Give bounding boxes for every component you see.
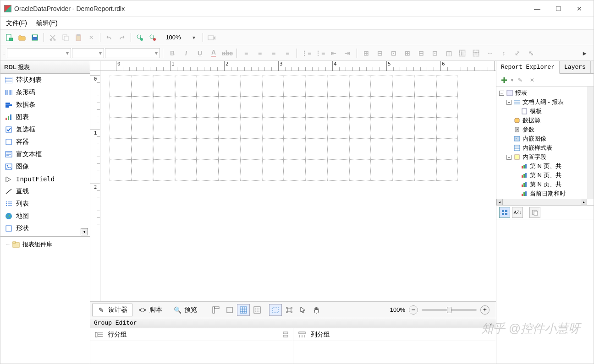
layout-tool-5[interactable]: ⊟	[415, 47, 428, 59]
edit-node-icon[interactable]: ✎	[515, 75, 525, 85]
snap-tool-4[interactable]	[251, 304, 264, 316]
list-numbered-icon[interactable]: ⋮≡	[300, 47, 313, 59]
layout-tool-1[interactable]: ⊞	[360, 47, 373, 59]
tree-node[interactable]: 模板	[497, 107, 593, 116]
tree-node[interactable]: 当前日期和时	[497, 189, 593, 198]
close-button[interactable]: ✕	[569, 2, 590, 16]
tab-preview[interactable]: 🔍预览	[168, 304, 202, 316]
prop-pages-icon[interactable]	[529, 207, 540, 218]
toolbox-item[interactable]: 地图	[0, 210, 90, 222]
redo-icon[interactable]	[116, 32, 128, 43]
tree-node[interactable]: 第 N 页、共	[497, 180, 593, 189]
cut-icon[interactable]	[47, 32, 59, 43]
select-mode-2[interactable]	[283, 304, 296, 316]
snap-tool-2[interactable]	[223, 304, 236, 316]
toolbox-item[interactable]: 条形码	[0, 86, 90, 98]
add-node-icon[interactable]	[499, 75, 509, 85]
font-family-combo[interactable]: ▾	[7, 48, 71, 58]
strikethrough-icon[interactable]: abc	[221, 47, 234, 59]
property-grid[interactable]	[496, 219, 594, 364]
design-grid-table[interactable]	[110, 76, 458, 181]
layout-tool-8[interactable]: ⿲	[456, 47, 469, 59]
tab-script[interactable]: <>脚本	[133, 304, 167, 316]
align-right-icon[interactable]: ≡	[267, 47, 280, 59]
zoom-dropdown-icon[interactable]: ▾	[188, 32, 200, 43]
camera-icon[interactable]	[206, 32, 218, 43]
font-color-icon[interactable]: A	[207, 47, 220, 59]
align-left-icon[interactable]: ≡	[240, 47, 253, 59]
tab-designer[interactable]: ✎设计器	[92, 304, 132, 316]
delete-icon[interactable]: ✕	[85, 32, 97, 43]
zoom-in-icon[interactable]	[134, 32, 146, 43]
collapse-icon[interactable]: ⌄	[489, 320, 492, 326]
layout-tool-6[interactable]: ⊡	[429, 47, 441, 59]
zoom-out-icon[interactable]	[147, 32, 159, 43]
prop-categorized-icon[interactable]	[499, 207, 510, 218]
toolbox-item[interactable]: 列表	[0, 197, 90, 210]
report-page[interactable]	[110, 76, 458, 181]
layout-tool-12[interactable]: ⤢	[511, 47, 524, 59]
paste-icon[interactable]	[72, 32, 84, 43]
layout-tool-9[interactable]: ⿳	[470, 47, 483, 59]
open-folder-icon[interactable]	[16, 32, 28, 43]
delete-node-icon[interactable]: ✕	[527, 75, 537, 85]
copy-icon[interactable]	[60, 32, 72, 43]
layout-tool-3[interactable]: ⊡	[387, 47, 400, 59]
zoom-plus-button[interactable]: +	[480, 305, 490, 315]
tree-node[interactable]: 第 N 页、共	[497, 171, 593, 180]
font-size-combo[interactable]: ▾	[72, 48, 104, 58]
tree-node[interactable]: ?参数	[497, 125, 593, 134]
library-root[interactable]: ┈ 报表组件库	[4, 239, 86, 250]
layout-tool-10[interactable]: ↔	[484, 47, 496, 59]
tree-node[interactable]: −文档大纲 - 报表	[497, 98, 593, 107]
toolbox-item[interactable]: 富文本框	[0, 148, 90, 160]
bold-icon[interactable]: B	[166, 47, 179, 59]
toolbox-item[interactable]: 数据条	[0, 98, 90, 111]
toolbox-item[interactable]: 复选框	[0, 123, 90, 136]
maximize-button[interactable]: ☐	[548, 2, 569, 16]
zoom-minus-button[interactable]: −	[409, 305, 418, 315]
toolbar-overflow-icon[interactable]: ▸	[578, 47, 591, 59]
layout-tool-4[interactable]: ⊞	[401, 47, 414, 59]
zoom-slider-thumb[interactable]	[447, 307, 451, 313]
new-file-icon[interactable]	[3, 32, 15, 43]
layout-tool-11[interactable]: ↕	[497, 47, 510, 59]
style-combo[interactable]: ▾	[105, 48, 160, 58]
menu-file[interactable]: 文件(F)	[6, 19, 27, 27]
italic-icon[interactable]: I	[180, 47, 192, 59]
design-surface[interactable]: 01234567 012	[90, 61, 496, 301]
toolbox-item[interactable]: InputField	[0, 173, 90, 185]
prop-alphabetical-icon[interactable]: AZ↓	[512, 207, 523, 218]
layout-tool-2[interactable]: ⊟	[374, 47, 386, 59]
align-justify-icon[interactable]: ≡	[281, 47, 294, 59]
toolbox-item[interactable]: 形状	[0, 222, 90, 234]
select-mode-1[interactable]	[269, 304, 282, 316]
toolbox-item[interactable]: 容器	[0, 136, 90, 148]
tree-node[interactable]: 第 N 页、共	[497, 162, 593, 171]
zoom-value[interactable]: 100%	[160, 34, 187, 41]
tree-node[interactable]: 数据源	[497, 116, 593, 125]
undo-icon[interactable]	[103, 32, 115, 43]
save-icon[interactable]	[29, 32, 41, 43]
toolbox-item[interactable]: 直线	[0, 185, 90, 197]
layout-tool-13[interactable]: ⤡	[525, 47, 538, 59]
tree-node[interactable]: −内置字段	[497, 152, 593, 162]
underline-icon[interactable]: U	[193, 47, 206, 59]
tab-layers[interactable]: Layers	[560, 61, 591, 73]
toolbox-item[interactable]: 带状列表	[0, 74, 90, 86]
indent-icon[interactable]: ⇥	[341, 47, 354, 59]
outdent-icon[interactable]: ⇤	[327, 47, 340, 59]
zoom-slider[interactable]	[422, 309, 477, 311]
align-center-icon[interactable]: ≡	[253, 47, 266, 59]
toolbox-more-dropdown[interactable]: ▾	[81, 228, 88, 235]
pointer-tool[interactable]	[297, 304, 309, 316]
tree-node[interactable]: 内嵌图像	[497, 134, 593, 143]
tree-node[interactable]: 内嵌样式表	[497, 143, 593, 152]
minimize-button[interactable]: —	[527, 2, 548, 16]
toolbox-item[interactable]: 图像	[0, 160, 90, 173]
toolbox-item[interactable]: 图表	[0, 111, 90, 123]
tree-node[interactable]: −报表	[497, 88, 593, 98]
list-bullet-icon[interactable]: ⋮≡	[314, 47, 326, 59]
canvas-scroll[interactable]	[100, 71, 496, 301]
row-group-menu-icon[interactable]	[283, 331, 288, 338]
